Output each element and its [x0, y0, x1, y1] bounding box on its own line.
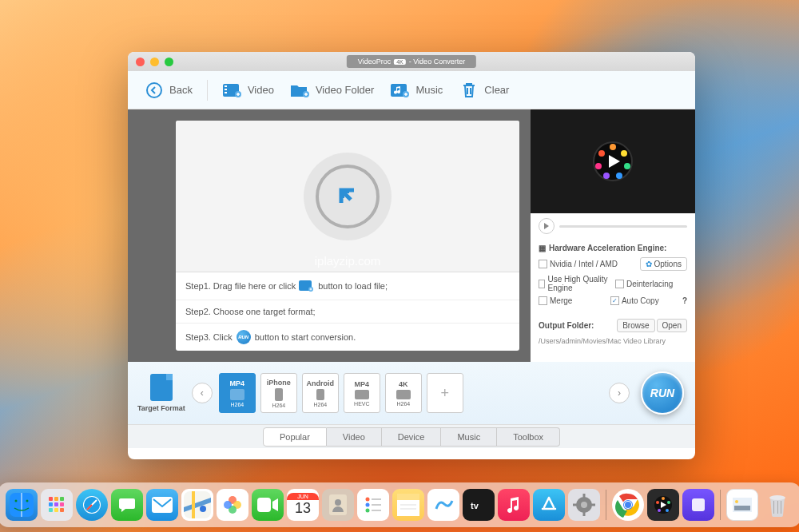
tab-music[interactable]: Music — [441, 427, 497, 447]
notes-icon[interactable] — [392, 489, 424, 521]
chrome-icon[interactable] — [612, 489, 644, 521]
svg-rect-21 — [316, 389, 324, 400]
svg-rect-27 — [49, 497, 53, 501]
folder-icon — [290, 81, 311, 99]
add-music-button[interactable]: Music — [385, 78, 447, 102]
auto-copy-checkbox[interactable]: ✓Auto Copy — [610, 296, 678, 305]
tv-icon[interactable]: tv — [463, 489, 495, 521]
add-video-button[interactable]: Video — [217, 78, 279, 102]
app-window: VideoProc 4K - Video Converter Back Vide… — [128, 52, 695, 459]
document-icon — [150, 374, 173, 401]
svg-point-79 — [769, 495, 785, 500]
freeform-icon[interactable] — [427, 489, 459, 521]
step-1: Step1. Drag file here or click button to… — [176, 272, 519, 300]
format-4k[interactable]: 4KH264 — [385, 373, 422, 413]
svg-rect-19 — [230, 389, 244, 400]
svg-point-52 — [366, 509, 370, 513]
gpu-checkbox[interactable]: Nvidia / Intel / AMD — [539, 260, 635, 268]
svg-rect-80 — [773, 501, 774, 514]
clear-button[interactable]: Clear — [454, 78, 514, 102]
music-app-icon[interactable] — [498, 489, 530, 521]
svg-point-68 — [625, 502, 631, 508]
svg-point-12 — [610, 144, 616, 150]
maximize-window-button[interactable] — [165, 58, 173, 66]
downloads-icon[interactable] — [726, 489, 758, 521]
gear-icon: ✿ — [646, 260, 652, 268]
deinterlacing-checkbox[interactable]: Deinterlacing — [615, 280, 687, 288]
svg-point-40 — [200, 506, 206, 512]
output-folder-label: Output Folder: — [539, 321, 594, 330]
facetime-icon[interactable] — [252, 489, 284, 521]
messages-icon[interactable] — [111, 489, 143, 521]
svg-rect-22 — [355, 390, 369, 399]
drop-zone[interactable]: iplayzip.com — [176, 121, 519, 272]
finder-icon[interactable] — [6, 489, 38, 521]
close-window-button[interactable] — [136, 58, 145, 66]
step-2: Step2. Choose one target format; — [176, 300, 519, 324]
format-add-button[interactable]: + — [427, 373, 463, 413]
safari-icon[interactable] — [76, 489, 108, 521]
tab-video[interactable]: Video — [327, 427, 382, 447]
maps-icon[interactable] — [181, 489, 213, 521]
toolbar: Back Video Video Folder Music Clear — [128, 71, 695, 109]
tab-toolbox[interactable]: Toolbox — [497, 427, 560, 447]
svg-rect-82 — [781, 501, 781, 514]
side-panel: ▦ Hardware Acceleration Engine: Nvidia /… — [531, 109, 695, 362]
format-mp4-h264[interactable]: MP4H264 — [219, 373, 256, 413]
svg-point-73 — [658, 509, 661, 512]
video-icon — [299, 279, 315, 293]
app-logo-icon — [589, 137, 637, 185]
svg-point-48 — [366, 498, 370, 502]
high-quality-checkbox[interactable]: Use High Quality Engine — [539, 275, 610, 292]
svg-point-0 — [147, 83, 161, 97]
videoproc-dock-icon[interactable] — [647, 489, 679, 521]
svg-rect-33 — [49, 508, 53, 512]
video-preview — [531, 109, 695, 213]
merge-checkbox[interactable]: Merge — [539, 296, 606, 305]
app-generic-icon[interactable] — [682, 489, 714, 521]
svg-rect-3 — [225, 89, 227, 90]
svg-rect-38 — [152, 497, 173, 513]
add-video-folder-button[interactable]: Video Folder — [285, 78, 379, 102]
help-icon[interactable]: ? — [682, 296, 687, 305]
photos-icon[interactable] — [217, 489, 248, 521]
svg-point-74 — [656, 501, 659, 504]
run-button[interactable]: RUN — [641, 371, 684, 415]
svg-point-78 — [735, 500, 738, 503]
upload-arrow-icon — [336, 185, 359, 208]
video-icon — [222, 81, 243, 99]
back-button[interactable]: Back — [139, 78, 197, 102]
settings-icon[interactable] — [568, 489, 600, 521]
browse-button[interactable]: Browse — [617, 319, 654, 332]
tab-popular[interactable]: Popular — [263, 427, 327, 447]
mail-icon[interactable] — [146, 489, 178, 521]
minimize-window-button[interactable] — [150, 58, 159, 66]
trash-icon[interactable] — [761, 489, 793, 521]
run-icon: RUN — [236, 330, 252, 344]
dock: JUN 13 tv — [0, 482, 799, 527]
svg-point-44 — [224, 501, 232, 509]
format-iphone[interactable]: iPhoneH264 — [260, 373, 297, 413]
launchpad-icon[interactable] — [41, 489, 73, 521]
svg-point-70 — [662, 497, 665, 500]
svg-point-25 — [15, 500, 18, 502]
playback-slider[interactable] — [559, 225, 687, 228]
svg-rect-77 — [734, 506, 750, 510]
svg-rect-54 — [397, 494, 419, 500]
tab-device[interactable]: Device — [382, 427, 442, 447]
svg-point-15 — [616, 173, 622, 179]
format-android[interactable]: AndroidH264 — [302, 373, 339, 413]
reminders-icon[interactable] — [357, 489, 389, 521]
format-prev-button[interactable]: ‹ — [192, 383, 213, 403]
play-button[interactable] — [539, 218, 555, 234]
open-button[interactable]: Open — [657, 319, 687, 332]
app-store-icon[interactable] — [533, 489, 565, 521]
contacts-icon[interactable] — [322, 489, 354, 521]
options-button[interactable]: ✿ Options — [640, 257, 687, 271]
format-mp4-hevc[interactable]: MP4HEVC — [344, 373, 380, 413]
format-next-button[interactable]: › — [609, 383, 630, 403]
svg-point-50 — [366, 503, 370, 507]
svg-rect-20 — [275, 388, 283, 401]
chip-icon: ▦ — [539, 244, 546, 252]
calendar-icon[interactable]: JUN 13 — [287, 489, 319, 521]
